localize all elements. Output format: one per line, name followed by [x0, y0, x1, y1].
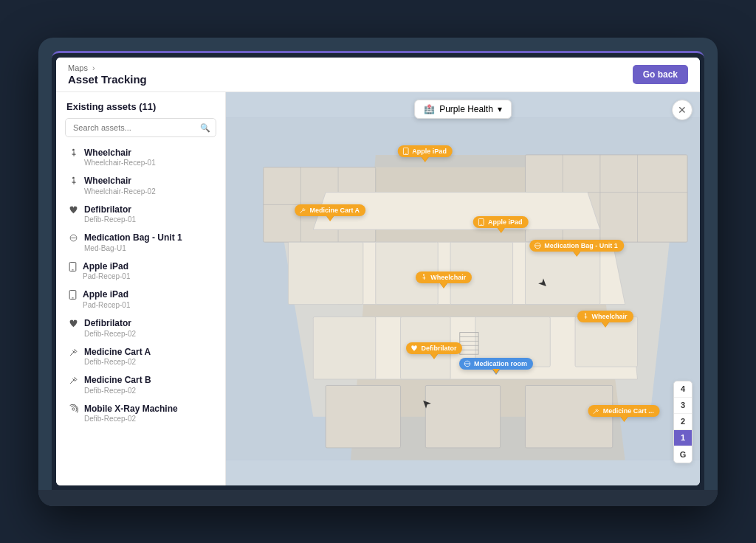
svg-point-1 [72, 177, 75, 179]
sidebar-header: Existing assets (11) [56, 92, 225, 118]
zoom-level-2[interactable]: 2 [674, 414, 692, 430]
pin-label: Apple iPad [488, 218, 523, 226]
asset-text: Medicine Cart B Defib-Recep-02 [84, 375, 151, 395]
asset-text: Mobile X-Ray Machine Defib-Recep-02 [84, 404, 178, 423]
chevron-down-icon: ▾ [498, 104, 502, 114]
svg-rect-27 [288, 242, 362, 304]
asset-name: Mobile X-Ray Machine [84, 404, 178, 415]
asset-sub: Pad-Recep-01 [83, 301, 130, 309]
zoom-level-4[interactable]: 4 [674, 381, 692, 398]
zoom-level-1[interactable]: 1 [674, 430, 692, 446]
asset-sub: Pad-Recep-01 [83, 272, 130, 280]
asset-icon [69, 319, 78, 331]
top-bar: Maps › Asset Tracking Go back [56, 58, 700, 92]
map-filter-dropdown[interactable]: 🏥 Purple Health ▾ [414, 100, 512, 119]
asset-list-item[interactable]: Mobile X-Ray Machine Defib-Recep-02 [56, 399, 225, 428]
asset-name: Medicine Cart A [84, 347, 151, 359]
asset-icon [69, 347, 78, 359]
pin-icon [420, 274, 427, 281]
asset-list-item[interactable]: Medication Bag - Unit 1 Med-Bag-U1 [56, 228, 225, 257]
breadcrumb-parent: Maps [68, 63, 88, 72]
asset-text: Medicine Cart A Defib-Recep-02 [84, 347, 151, 367]
asset-name: Apple iPad [83, 261, 130, 273]
map-pin[interactable]: Apple iPad [397, 145, 453, 162]
pin-label: Wheelchair [430, 274, 466, 281]
asset-sub: Wheelchair-Recep-02 [84, 187, 156, 196]
map-filter-icon: 🏥 [424, 104, 435, 114]
laptop-base [38, 490, 718, 506]
asset-text: Apple iPad Pad-Recep-01 [83, 289, 130, 309]
pin-bubble: Wheelchair [416, 272, 472, 283]
pin-icon [402, 148, 409, 155]
asset-name: Defibrilator [84, 204, 136, 216]
pin-icon [593, 407, 600, 415]
asset-list-item[interactable]: Defibrilator Defib-Recep-02 [56, 314, 225, 342]
asset-sub: Defib-Recep-02 [84, 387, 151, 395]
pin-icon [478, 218, 485, 226]
screen: Maps › Asset Tracking Go back Existing a… [56, 58, 700, 485]
zoom-level-G[interactable]: G [674, 446, 692, 463]
pin-label: Medication Bag - Unit 1 [544, 242, 618, 249]
asset-list-item[interactable]: Medicine Cart B Defib-Recep-02 [56, 370, 225, 399]
map-pin[interactable]: Medicine Cart A [295, 204, 365, 221]
search-icon: 🔍 [200, 122, 210, 132]
map-pin[interactable]: Medication Bag - Unit 1 [529, 240, 624, 257]
asset-text: Defibrilator Defib-Recep-01 [84, 204, 136, 224]
asset-sub: Defib-Recep-02 [84, 330, 136, 338]
svg-point-10 [72, 408, 75, 410]
pin-bubble: Defibrilator [406, 342, 462, 354]
asset-list-item[interactable]: Medicine Cart A Defib-Recep-02 [56, 342, 225, 371]
map-pin[interactable]: Apple iPad [473, 216, 529, 233]
close-button[interactable]: ✕ [672, 100, 693, 120]
asset-sub: Defib-Recep-02 [84, 358, 151, 366]
pin-label: Apple iPad [412, 148, 447, 155]
go-back-button[interactable]: Go back [633, 65, 688, 84]
pin-icon [299, 207, 306, 214]
pin-icon [464, 360, 471, 367]
screen-border: Maps › Asset Tracking Go back Existing a… [52, 51, 704, 490]
asset-icon [69, 148, 78, 160]
asset-list-item[interactable]: Defibrilator Defib-Recep-01 [56, 200, 225, 229]
asset-text: Medication Bag - Unit 1 Med-Bag-U1 [84, 232, 182, 252]
asset-sub: Wheelchair-Recep-01 [84, 159, 156, 167]
asset-text: Wheelchair Wheelchair-Recep-01 [84, 148, 156, 167]
page-title: Asset Tracking [68, 73, 147, 86]
map-pin[interactable]: Wheelchair [577, 311, 633, 328]
search-input[interactable] [65, 118, 216, 137]
breadcrumb: Maps › [68, 63, 147, 72]
pin-label: Wheelchair [592, 313, 628, 320]
pin-label: Medicine Cart ... [603, 407, 654, 415]
asset-list-item[interactable]: Wheelchair Wheelchair-Recep-01 [56, 143, 225, 172]
map-pin[interactable]: Defibrilator [406, 342, 462, 359]
svg-line-8 [70, 350, 75, 356]
map-pin[interactable]: Medication room [459, 358, 533, 375]
floor-plan: ➤ ➤ [226, 92, 700, 485]
asset-sub: Med-Bag-U1 [84, 244, 182, 252]
map-pin[interactable]: Wheelchair [416, 272, 472, 288]
pin-bubble: Apple iPad [473, 216, 529, 228]
svg-rect-31 [313, 317, 375, 378]
asset-list-item[interactable]: Wheelchair Wheelchair-Recep-02 [56, 171, 225, 200]
asset-text: Wheelchair Wheelchair-Recep-02 [84, 176, 156, 196]
asset-list-item[interactable]: Apple iPad Pad-Recep-01 [56, 285, 225, 314]
asset-sub: Defib-Recep-01 [84, 215, 136, 224]
asset-list: Wheelchair Wheelchair-Recep-01 Wheelchai… [56, 143, 225, 485]
pin-bubble: Medication Bag - Unit 1 [529, 240, 624, 252]
pin-label: Medicine Cart A [309, 207, 360, 214]
main-content: Existing assets (11) 🔍 Wheelchair Wheelc… [56, 92, 700, 485]
search-box: 🔍 [65, 118, 216, 137]
svg-point-50 [423, 274, 425, 276]
zoom-level-3[interactable]: 3 [674, 398, 692, 414]
asset-text: Apple iPad Pad-Recep-01 [83, 261, 130, 281]
asset-icon [69, 205, 78, 217]
map-pin[interactable]: Medicine Cart ... [588, 405, 660, 422]
pin-bubble: Medication room [459, 358, 533, 370]
asset-list-item[interactable]: Apple iPad Pad-Recep-01 [56, 257, 225, 286]
asset-icon [69, 176, 78, 188]
asset-icon [69, 290, 77, 302]
pin-bubble: Medicine Cart ... [588, 405, 660, 417]
svg-point-0 [72, 148, 75, 151]
pin-label: Defibrilator [421, 345, 456, 352]
asset-sub: Defib-Recep-02 [84, 415, 178, 423]
pin-bubble: Apple iPad [397, 145, 453, 157]
